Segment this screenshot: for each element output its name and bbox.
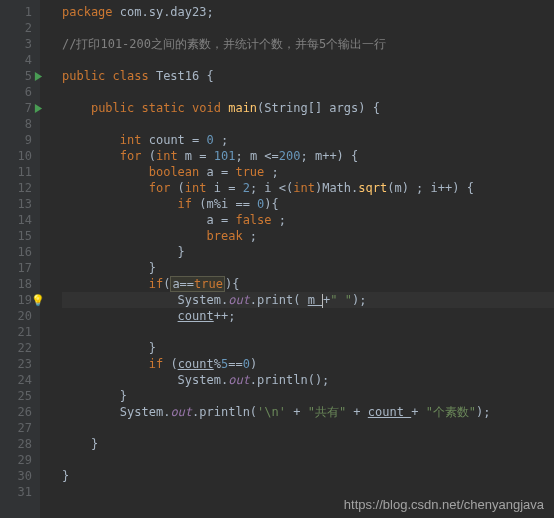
line-number: 21 (4, 324, 32, 340)
code-line: } (62, 260, 554, 276)
line-number: 1 (4, 4, 32, 20)
code-line: package com.sy.day23; (62, 4, 554, 20)
line-number: 23 (4, 356, 32, 372)
code-line: //打印101-200之间的素数，并统计个数，并每5个输出一行 (62, 36, 554, 52)
code-line: } (62, 468, 554, 484)
line-number: 27 (4, 420, 32, 436)
code-line (62, 52, 554, 68)
line-number: 9 (4, 132, 32, 148)
code-line: } (62, 436, 554, 452)
code-line: System.out.println(); (62, 372, 554, 388)
code-line: for (int m = 101; m <=200; m++) { (62, 148, 554, 164)
line-number: 17 (4, 260, 32, 276)
line-number: 7 (4, 100, 32, 116)
code-line: a = false ; (62, 212, 554, 228)
line-number: 28 (4, 436, 32, 452)
code-line: for (int i = 2; i <(int)Math.sqrt(m) ; i… (62, 180, 554, 196)
line-number: 6 (4, 84, 32, 100)
line-number: 18 (4, 276, 32, 292)
line-number: 10 (4, 148, 32, 164)
code-line: count++; (62, 308, 554, 324)
line-number: 5 (4, 68, 32, 84)
code-line: if(a==true){ (62, 276, 554, 292)
code-line: } (62, 340, 554, 356)
watermark: https://blog.csdn.net/chenyangjava (344, 497, 544, 512)
code-line (62, 20, 554, 36)
code-line (62, 420, 554, 436)
code-line: System.out.println('\n' + "共有" + count +… (62, 404, 554, 420)
code-line (62, 452, 554, 468)
line-number: 30 (4, 468, 32, 484)
line-number: 24 (4, 372, 32, 388)
line-number: 20 (4, 308, 32, 324)
line-number: 19 (4, 292, 32, 308)
line-number: 4 (4, 52, 32, 68)
line-number: 22 (4, 340, 32, 356)
code-line: break ; (62, 228, 554, 244)
line-number: 26 (4, 404, 32, 420)
code-line: public class Test16 { (62, 68, 554, 84)
line-number: 14 (4, 212, 32, 228)
code-line (62, 324, 554, 340)
code-line: if (m%i == 0){ (62, 196, 554, 212)
line-number: 8 (4, 116, 32, 132)
line-number: 13 (4, 196, 32, 212)
line-number: 29 (4, 452, 32, 468)
code-line-current: System.out.print( m +" "); (62, 292, 554, 308)
code-line: } (62, 388, 554, 404)
code-area[interactable]: package com.sy.day23; //打印101-200之间的素数，并… (40, 0, 554, 518)
code-editor: 1 2 3 4 5 6 7 8 9 10 11 12 13 14 15 16 1… (0, 0, 554, 518)
line-number: 31 (4, 484, 32, 500)
code-line (62, 116, 554, 132)
line-number: 11 (4, 164, 32, 180)
code-line: public static void main(String[] args) { (62, 100, 554, 116)
line-number: 3 (4, 36, 32, 52)
code-line: boolean a = true ; (62, 164, 554, 180)
line-number: 15 (4, 228, 32, 244)
code-line: if (count%5==0) (62, 356, 554, 372)
code-line (62, 84, 554, 100)
line-number: 16 (4, 244, 32, 260)
line-number: 2 (4, 20, 32, 36)
line-number: 12 (4, 180, 32, 196)
code-line: int count = 0 ; (62, 132, 554, 148)
line-number: 25 (4, 388, 32, 404)
code-line: } (62, 244, 554, 260)
